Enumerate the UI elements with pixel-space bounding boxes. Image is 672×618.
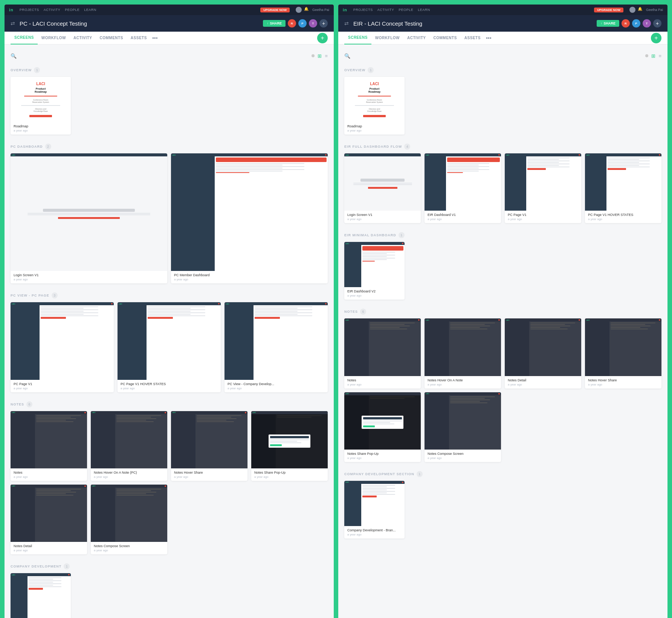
tab-assets[interactable]: ASSETS <box>461 32 484 44</box>
grid-view-icon[interactable]: ⊞ <box>318 53 322 59</box>
screen-time: a year ago <box>14 278 164 281</box>
screen-card[interactable]: LACI Notes Hover Share a year ago <box>585 318 661 388</box>
screen-card[interactable]: LACI Notes Hover On A Note (PC) a year a… <box>91 411 167 481</box>
prototype-button[interactable]: ⇄ <box>344 20 349 26</box>
share-button[interactable]: ↑ SHARE <box>597 20 619 27</box>
tabs-more-button[interactable]: ••• <box>152 35 158 41</box>
nav-link[interactable]: ACTIVITY <box>377 8 394 12</box>
nav-link[interactable]: PROJECTS <box>353 8 373 12</box>
share-button[interactable]: ↑ SHARE <box>263 20 286 27</box>
tab-assets[interactable]: ASSETS <box>127 32 151 44</box>
tab-comments[interactable]: COMMENTS <box>430 32 461 44</box>
list-view-icon[interactable]: ≡ <box>658 53 661 59</box>
screen-card[interactable]: LACI Notes Hover On A Note a year ago <box>425 318 501 388</box>
screen-name: Notes <box>14 471 84 474</box>
screen-card[interactable]: LACI PC View - Company <box>225 302 328 392</box>
screen-card[interactable]: LACI Notes S <box>344 392 421 462</box>
add-collaborator-button[interactable]: + <box>653 19 661 28</box>
screen-time: a year ago <box>588 383 658 386</box>
screen-info: Notes Share Pop-Up a year ago <box>344 450 421 462</box>
add-screen-button[interactable]: + <box>317 33 328 43</box>
screen-card[interactable]: LACI Notes a year ago <box>11 411 87 481</box>
screen-card[interactable]: LACI Login Screen V1 a year ago <box>11 153 167 283</box>
screen-info: Login Screen V1 a year ago <box>344 211 421 223</box>
screen-info: PC Page V1 HOVER STATES a year ago <box>118 380 221 392</box>
screen-card[interactable]: LACI Notes Compose Screen a year ago <box>425 392 501 462</box>
nav-link[interactable]: PEOPLE <box>399 8 413 12</box>
screen-name: Notes Share Pop-Up <box>347 452 418 456</box>
screen-card[interactable]: LACI Notes S <box>251 411 328 481</box>
screen-card[interactable]: LACI Notes Hover Share a year ago <box>171 411 247 481</box>
nav-link[interactable]: PROJECTS <box>20 8 39 12</box>
screen-time: a year ago <box>347 294 402 297</box>
nav-link[interactable]: ACTIVITY <box>44 8 61 12</box>
tab-screens[interactable]: SCREENS <box>344 32 371 44</box>
screen-card[interactable]: LACI Notes Compose Screen a year ago <box>91 485 167 554</box>
nav-link[interactable]: LEARN <box>418 8 430 12</box>
screen-name: PC Page V1 <box>14 382 111 386</box>
screen-time: a year ago <box>174 278 325 281</box>
screen-name: Notes Detail <box>14 544 84 548</box>
screen-card[interactable]: LACI PC Member Dashboa <box>171 153 328 283</box>
section-title: NOTES <box>11 402 24 406</box>
tab-activity[interactable]: ACTIVITY <box>403 32 430 44</box>
tab-activity[interactable]: ACTIVITY <box>70 32 96 44</box>
screen-card[interactable]: LACI PC View - Company <box>11 573 71 618</box>
screen-card[interactable]: LACI Company Developme <box>344 481 405 538</box>
avatar-T: T <box>309 19 317 28</box>
nav-link[interactable]: LEARN <box>84 8 96 12</box>
tabs-more-button[interactable]: ••• <box>486 35 492 41</box>
screen-card[interactable]: LACI EIR Dashboard V1 <box>425 153 501 223</box>
grid-view-icon[interactable]: ⊞ <box>651 53 655 59</box>
screen-name: Notes Hover Share <box>174 471 244 474</box>
screen-info: Login Screen V1 a year ago <box>11 271 167 283</box>
screen-card[interactable]: LACI PC Page V1 <box>505 153 581 223</box>
prototype-button[interactable]: ⇄ <box>11 20 15 26</box>
screen-card[interactable]: LACI EIR Dashboard V2 <box>344 242 405 300</box>
search-input[interactable] <box>353 50 642 61</box>
screen-card[interactable]: LACI Notes Detail a year ago <box>11 485 87 554</box>
upgrade-button[interactable]: UPGRADE NOW <box>260 8 290 12</box>
user-name: Geetha Pai <box>646 8 663 12</box>
screen-info: PC Page V1 HOVER STATES a year ago <box>585 211 661 223</box>
add-screen-button[interactable]: + <box>651 33 661 43</box>
screen-name: Company Development - Bran... <box>347 528 402 532</box>
notification-icon[interactable]: 🔔 <box>304 7 310 13</box>
screen-card[interactable]: LACI Login Screen V1 a year ago <box>344 153 421 223</box>
tab-comments[interactable]: COMMENTS <box>96 32 127 44</box>
screen-name: Notes Share Pop-Up <box>254 471 325 474</box>
nav-links: PROJECTSACTIVITYPEOPLELEARN <box>20 8 96 12</box>
screen-card[interactable]: LACI Notes Detail a year ago <box>505 318 581 388</box>
share-icon: ↑ <box>600 22 602 25</box>
section-header: COMPANY DEVELOPMENT 1 <box>11 563 328 569</box>
section-eir-minimal-dashboard: EIR MINIMAL DASHBOARD 1 LACI <box>344 232 661 300</box>
screen-card[interactable]: LACI Notes a year ago <box>344 318 421 388</box>
section-company-development: COMPANY DEVELOPMENT 1 LACI <box>11 563 328 618</box>
screen-info: Roadmap a year ago <box>344 122 405 135</box>
screen-grid: LACI Notes a year ago LAC <box>11 411 328 555</box>
list-view-icon[interactable]: ≡ <box>325 53 328 59</box>
notification-icon[interactable]: 🔔 <box>638 7 644 13</box>
tab-workflow[interactable]: WORKFLOW <box>371 32 403 44</box>
screen-card[interactable]: LACI PC Page V1 HOVER <box>585 153 661 223</box>
screen-card[interactable]: LACI PC Page V1 <box>11 302 114 392</box>
tabs-bar: SCREENSWORKFLOWACTIVITYCOMMENTSASSETS•••… <box>5 32 334 44</box>
upgrade-button[interactable]: UPGRADE NOW <box>594 8 623 12</box>
screen-card[interactable]: LACI PC Page V1 HOVER <box>118 302 221 392</box>
screen-name: Login Screen V1 <box>14 273 164 277</box>
tab-screens[interactable]: SCREENS <box>11 32 38 44</box>
screen-info: Notes Hover Share a year ago <box>171 468 247 481</box>
section-title: EIR MINIMAL DASHBOARD <box>344 233 396 237</box>
tab-workflow[interactable]: WORKFLOW <box>38 32 70 44</box>
search-icon: 🔍 <box>11 53 17 59</box>
screen-card[interactable]: LACI ProductRoadmap Conference RoomReser… <box>11 77 71 135</box>
add-collaborator-button[interactable]: + <box>319 19 328 28</box>
screen-info: Notes Detail a year ago <box>11 542 87 554</box>
avatar-P: P <box>632 19 640 28</box>
screen-time: a year ago <box>94 549 164 552</box>
search-input[interactable] <box>20 50 309 61</box>
screen-card[interactable]: LACI ProductRoadmap Conference RoomReser… <box>344 77 405 135</box>
screen-info: Notes Hover On A Note a year ago <box>425 376 501 389</box>
nav-link[interactable]: PEOPLE <box>65 8 79 12</box>
screen-name: Notes Compose Screen <box>428 452 498 456</box>
